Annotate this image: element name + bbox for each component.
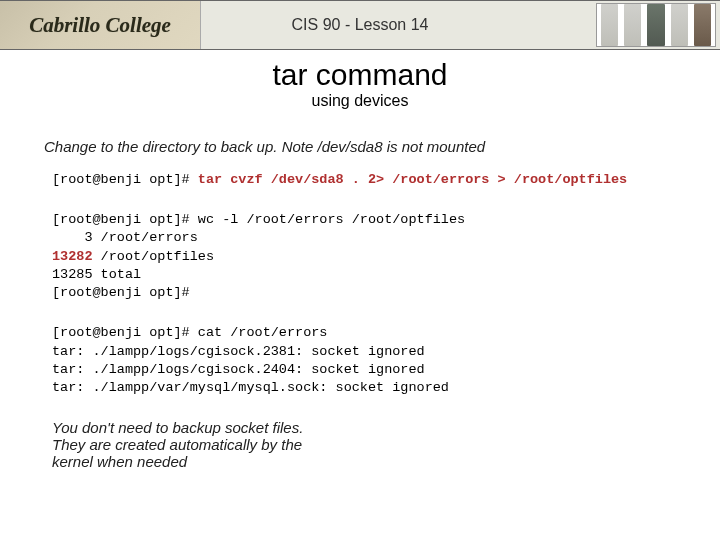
- college-logo: Cabrillo College: [0, 1, 201, 49]
- highlighted-count: 13282: [52, 249, 93, 264]
- term-line: [root@benji opt]# wc -l /root/errors /ro…: [52, 212, 465, 227]
- college-logo-text: Cabrillo College: [29, 13, 171, 38]
- slide-content: tar command using devices Change to the …: [0, 58, 720, 470]
- closing-note-line: They are created automatically by the: [52, 436, 302, 453]
- tar-command: tar cvzf /dev/sda8 . 2> /root/errors > /…: [198, 172, 627, 187]
- terminal-block-3: [root@benji opt]# cat /root/errors tar: …: [52, 324, 698, 397]
- term-line: tar: ./lampp/var/mysql/mysql.sock: socke…: [52, 380, 449, 395]
- term-line: [root@benji opt]# cat /root/errors: [52, 325, 327, 340]
- pillar-icon: [647, 4, 664, 46]
- term-line: /root/optfiles: [93, 249, 215, 264]
- term-line: 13285 total: [52, 267, 141, 282]
- shell-prompt: [root@benji opt]#: [52, 172, 198, 187]
- closing-note: You don't need to backup socket files. T…: [52, 419, 412, 470]
- terminal-block-1: [root@benji opt]# tar cvzf /dev/sda8 . 2…: [52, 171, 698, 189]
- pillar-icon: [694, 4, 711, 46]
- term-line: tar: ./lampp/logs/cgisock.2381: socket i…: [52, 344, 425, 359]
- term-line: tar: ./lampp/logs/cgisock.2404: socket i…: [52, 362, 425, 377]
- term-line: [root@benji opt]#: [52, 285, 190, 300]
- slide-header: Cabrillo College CIS 90 - Lesson 14: [0, 0, 720, 50]
- terminal-block-2: [root@benji opt]# wc -l /root/errors /ro…: [52, 211, 698, 302]
- pillar-icon: [671, 4, 688, 46]
- closing-note-line: You don't need to backup socket files.: [52, 419, 303, 436]
- pillar-icon: [624, 4, 641, 46]
- intro-note: Change to the directory to back up. Note…: [44, 138, 676, 155]
- closing-note-line: kernel when needed: [52, 453, 187, 470]
- pillar-icon: [601, 4, 618, 46]
- term-line: 3 /root/errors: [52, 230, 198, 245]
- slide-subtitle: using devices: [22, 92, 698, 110]
- slide-title: tar command: [22, 58, 698, 92]
- header-photo: [596, 3, 716, 47]
